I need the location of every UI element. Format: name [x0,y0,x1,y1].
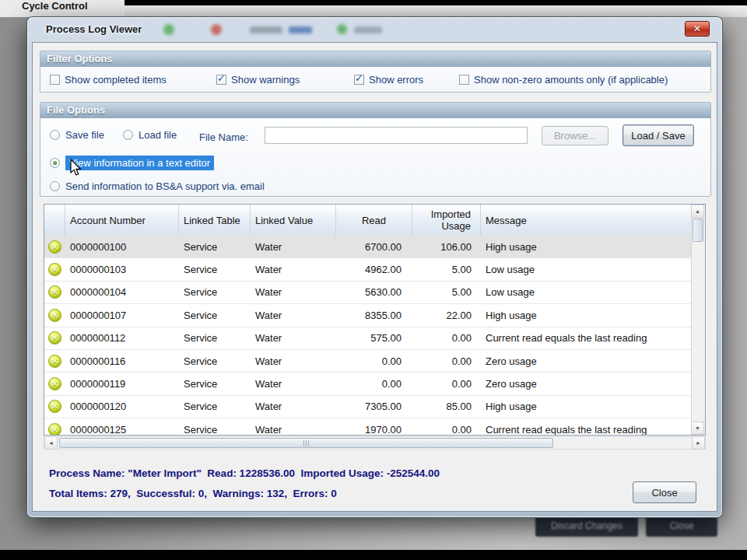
radio-label: Save file [65,129,104,141]
warning-x-glyph: ✕ [51,380,58,388]
row-status-cell: ✕ [44,240,65,254]
file-name-input[interactable] [265,127,528,144]
radio-load-file[interactable]: Load file [123,129,177,141]
table-row[interactable]: ✕ 0000000104 Service Water 5630.00 5.00 … [44,282,692,304]
dialog-content: Filter Options ✓ Show completed items ✓ … [32,42,717,512]
blurred-toolbar-icon [337,24,347,34]
message-cell: High usage [481,401,692,412]
row-status-cell: ✕ [44,285,65,299]
imported-usage-cell: 5.00 [412,286,481,298]
checkbox-show-nonzero-amounts[interactable]: ✓ Show non-zero amounts only (if applica… [459,74,668,86]
row-status-cell: ✕ [44,309,65,322]
warning-icon: ✕ [48,377,61,390]
account-number-cell: 0000000104 [65,286,179,298]
table-row[interactable]: ✕ 0000000107 Service Water 8355.00 22.00… [44,304,692,327]
load-save-button[interactable]: Load / Save [622,124,694,146]
grid-header-message[interactable]: Message [481,205,692,236]
table-row[interactable]: ✕ 0000000125 Service Water 1970.00 0.00 … [44,418,692,435]
linked-table-cell: Service [179,424,251,435]
warning-icon: ✕ [48,285,61,299]
linked-table-cell: Service [179,310,251,321]
message-cell: Zero usage [481,378,692,390]
horizontal-scrollbar[interactable]: ◄ ► [44,436,706,450]
file-options-header: File Options [40,103,710,118]
account-number-cell: 0000000107 [65,310,179,321]
linked-value-cell: Water [251,241,336,253]
read-cell: 5630.00 [336,286,412,298]
log-grid: Account Number Linked Table Linked Value… [44,204,706,436]
checkbox-label: Show warnings [231,74,300,86]
account-number-cell: 0000000119 [65,378,179,390]
warning-x-glyph: ✕ [51,311,58,320]
filter-options-group: Filter Options ✓ Show completed items ✓ … [40,51,711,93]
linked-table-cell: Service [179,264,251,275]
background-window-title: Cycle Control [22,0,88,12]
linked-value-cell: Water [251,310,336,321]
linked-value-cell: Water [251,424,336,435]
radio-circle [50,158,60,168]
dialog-titlebar[interactable]: Process Log Viewer ✕ [27,17,722,42]
scroll-down-icon[interactable]: ▼ [691,422,704,435]
checkbox-show-completed-items[interactable]: ✓ Show completed items [50,74,167,86]
close-icon[interactable]: ✕ [685,21,710,37]
horizontal-scrollbar-thumb[interactable] [59,438,553,448]
process-summary-line: Process Name: "Meter Import" Read: 12285… [49,467,440,479]
imported-usage-cell: 22.00 [412,310,481,321]
close-button[interactable]: Close [633,481,696,503]
read-cell: 0.00 [336,378,412,390]
radio-send-to-support-email[interactable]: Send information to BS&A support via. em… [50,180,265,192]
linked-value-cell: Water [251,378,336,390]
read-cell: 575.00 [336,332,412,344]
background-discard-changes-button: Discard Changes [535,515,638,537]
linked-value-cell: Water [251,264,336,275]
linked-value-cell: Water [251,286,336,298]
row-status-cell: ✕ [44,400,65,413]
table-row[interactable]: ✕ 0000000120 Service Water 7305.00 85.00… [44,396,692,418]
radio-label: Send information to BS&A support via. em… [65,180,265,192]
warning-icon: ✕ [48,355,61,368]
account-number-cell: 0000000125 [65,424,179,435]
checkbox-show-warnings[interactable]: ✓ Show warnings [216,74,300,86]
table-row[interactable]: ✕ 0000000116 Service Water 0.00 0.00 Zer… [44,350,692,373]
check-icon: ✓ [355,72,363,84]
checkbox-box: ✓ [216,75,226,85]
radio-save-file[interactable]: Save file [50,129,104,141]
warning-x-glyph: ✕ [51,425,58,434]
warning-x-glyph: ✕ [51,243,58,251]
grid-header-row: Account Number Linked Table Linked Value… [44,205,692,236]
blurred-toolbar-icon [163,24,174,35]
scroll-up-icon[interactable]: ▲ [691,205,704,218]
grid-header-linked-table[interactable]: Linked Table [179,205,251,236]
table-row[interactable]: ✕ 0000000112 Service Water 575.00 0.00 C… [44,327,692,350]
table-row[interactable]: ✕ 0000000119 Service Water 0.00 0.00 Zer… [44,373,692,395]
browse-button[interactable]: Browse... [542,126,608,145]
account-number-cell: 0000000103 [65,264,179,275]
read-cell: 7305.00 [336,401,412,412]
vertical-scrollbar[interactable]: ▲ ▼ [691,205,705,435]
checkbox-show-errors[interactable]: ✓ Show errors [354,74,423,86]
grid-header-icon-column[interactable] [44,205,65,236]
row-status-cell: ✕ [44,263,65,276]
filter-options-header: Filter Options [40,51,710,67]
grid-header-linked-value[interactable]: Linked Value [251,205,336,236]
radio-circle [123,130,133,140]
linked-table-cell: Service [179,286,251,298]
table-row[interactable]: ✕ 0000000100 Service Water 6700.00 106.0… [44,236,692,258]
grid-header-read[interactable]: Read [336,205,412,236]
grid-header-account-number[interactable]: Account Number [65,205,179,236]
imported-usage-cell: 85.00 [412,401,481,412]
checkbox-box: ✓ [50,75,60,85]
linked-table-cell: Service [179,241,251,253]
scroll-right-icon[interactable]: ► [692,436,705,450]
message-cell: High usage [481,241,692,253]
vertical-scrollbar-thumb[interactable] [693,219,703,242]
message-cell: Low usage [481,264,692,275]
scroll-left-icon[interactable]: ◄ [44,436,58,450]
table-row[interactable]: ✕ 0000000103 Service Water 4962.00 5.00 … [44,258,692,281]
warning-x-glyph: ✕ [51,357,58,366]
linked-value-cell: Water [251,332,336,344]
account-number-cell: 0000000112 [65,332,179,344]
grid-header-imported-usage[interactable]: Imported Usage [412,205,481,236]
linked-value-cell: Water [251,355,336,367]
warning-x-glyph: ✕ [51,288,58,296]
